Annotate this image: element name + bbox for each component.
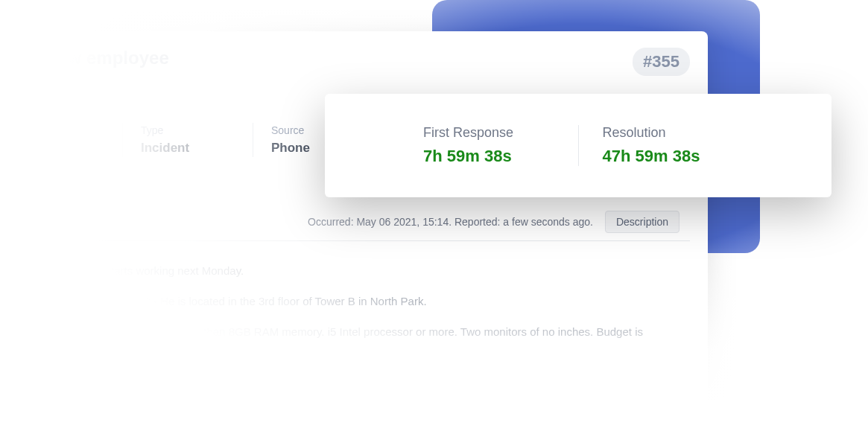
body-line-3: must meet these requirements: More than … (18, 323, 690, 360)
ticket-body: Cristian Sanchez starts working next Mon… (18, 262, 690, 390)
resolution-value: 47h 59m 38s (603, 147, 734, 166)
ticket-header: for new employee Request #355 (18, 48, 690, 86)
resolution-label: Resolution (603, 125, 734, 141)
first-response-label: First Response (423, 125, 554, 141)
ticket-card: for new employee Request #355 Type Incid… (0, 31, 708, 426)
occurred-bar: Occurred: May 06 2021, 15:14. Reported: … (18, 203, 690, 241)
ticket-id-badge: #355 (633, 48, 690, 76)
first-response-block: First Response 7h 59m 38s (399, 125, 579, 166)
body-line-4: please contact me or Sergio. (18, 371, 690, 390)
first-response-value: 7h 59m 38s (423, 147, 554, 166)
ticket-subtitle: Request (18, 74, 169, 86)
occurred-text: Occurred: May 06 2021, 15:14. Reported: … (308, 216, 593, 228)
description-button[interactable]: Description (605, 211, 679, 233)
ticket-title: for new employee (18, 48, 169, 68)
meta-label-type: Type (141, 124, 235, 136)
meta-value-type: Incident (141, 141, 235, 156)
meta-block (18, 123, 122, 157)
meta-type: Type Incident (122, 123, 253, 157)
sla-card: First Response 7h 59m 38s Resolution 47h… (325, 94, 831, 197)
resolution-block: Resolution 47h 59m 38s (579, 125, 758, 166)
body-line-1: Cristian Sanchez starts working next Mon… (18, 262, 690, 281)
body-line-2: monitor for his office ASAP - He is loca… (18, 293, 690, 311)
